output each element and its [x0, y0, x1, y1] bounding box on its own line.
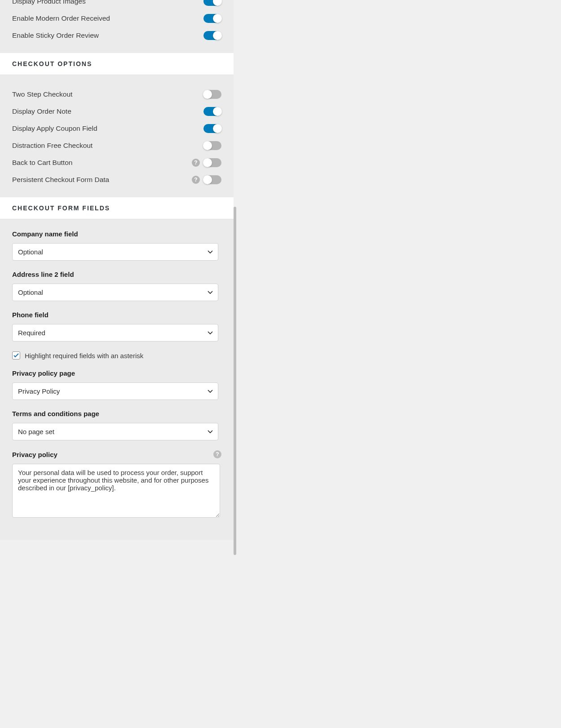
- toggle-label: Display Apply Coupon Field: [12, 124, 97, 133]
- toggle-label: Display Order Note: [12, 107, 71, 115]
- select-terms-page[interactable]: No page set: [12, 423, 218, 440]
- toggle-display-coupon[interactable]: [203, 124, 221, 133]
- toggle-label: Two Step Checkout: [12, 90, 72, 98]
- select-address2[interactable]: Optional: [12, 284, 218, 301]
- toggle-controls: [203, 31, 221, 40]
- toggle-knob: [203, 175, 212, 184]
- top-toggles-section: Display Product Images Enable Modern Ord…: [0, 0, 234, 53]
- toggle-two-step-checkout[interactable]: [203, 90, 221, 99]
- toggle-row-sticky-order-review: Enable Sticky Order Review: [12, 27, 221, 44]
- toggle-row-two-step-checkout: Two Step Checkout: [12, 86, 221, 103]
- label-terms-page: Terms and conditions page: [12, 410, 221, 417]
- label-phone: Phone field: [12, 311, 221, 319]
- select-wrap: Optional: [12, 243, 218, 261]
- toggle-knob: [203, 141, 212, 150]
- checkbox-row-highlight-required: Highlight required fields with an asteri…: [12, 351, 221, 360]
- toggle-label: Persistent Checkout Form Data: [12, 176, 109, 184]
- toggle-row-modern-order-received: Enable Modern Order Received: [12, 10, 221, 27]
- toggle-label: Enable Modern Order Received: [12, 14, 110, 22]
- section-header-checkout-options: CHECKOUT OPTIONS: [0, 53, 234, 75]
- form-group-privacy-page: Privacy policy page Privacy Policy: [12, 369, 221, 400]
- select-company-name[interactable]: Optional: [12, 243, 218, 261]
- checkmark-icon: [13, 352, 19, 359]
- label-row: Privacy policy ?: [12, 450, 221, 458]
- scrollbar-track: [234, 0, 236, 540]
- form-group-privacy-policy: Privacy policy ?: [12, 450, 221, 519]
- select-wrap: Required: [12, 324, 218, 342]
- toggle-controls: [203, 90, 221, 99]
- toggle-controls: [203, 14, 221, 23]
- toggle-display-order-note[interactable]: [203, 107, 221, 116]
- toggle-sticky-order-review[interactable]: [203, 31, 221, 40]
- toggle-controls: ?: [192, 175, 221, 184]
- toggle-back-to-cart[interactable]: [203, 158, 221, 167]
- toggle-label: Enable Sticky Order Review: [12, 31, 99, 40]
- toggle-knob: [213, 14, 222, 23]
- toggle-controls: [203, 107, 221, 116]
- select-wrap: Optional: [12, 284, 218, 301]
- toggle-knob: [213, 31, 222, 40]
- select-privacy-page[interactable]: Privacy Policy: [12, 382, 218, 400]
- select-phone[interactable]: Required: [12, 324, 218, 342]
- label-company-name: Company name field: [12, 230, 221, 238]
- toggle-controls: ?: [192, 158, 221, 167]
- toggle-controls: [203, 141, 221, 150]
- toggle-label: Display Product Images: [12, 0, 86, 5]
- checkout-options-section: Two Step Checkout Display Order Note Dis…: [0, 75, 234, 197]
- toggle-row-display-order-note: Display Order Note: [12, 103, 221, 120]
- toggle-label: Back to Cart Button: [12, 159, 72, 167]
- select-wrap: Privacy Policy: [12, 382, 218, 400]
- toggle-row-persistent-form-data: Persistent Checkout Form Data ?: [12, 171, 221, 188]
- form-group-terms-page: Terms and conditions page No page set: [12, 410, 221, 440]
- label-privacy-policy: Privacy policy: [12, 451, 57, 458]
- form-fields-section: Company name field Optional Address line…: [0, 219, 234, 540]
- textarea-privacy-policy[interactable]: [12, 464, 220, 518]
- form-group-phone: Phone field Required: [12, 311, 221, 342]
- select-wrap: No page set: [12, 423, 218, 440]
- checkbox-highlight-required[interactable]: [12, 351, 20, 360]
- label-privacy-page: Privacy policy page: [12, 369, 221, 377]
- toggle-display-product-images[interactable]: [203, 0, 221, 6]
- toggle-knob: [213, 107, 222, 116]
- toggle-knob: [213, 124, 222, 133]
- toggle-modern-order-received[interactable]: [203, 14, 221, 23]
- checkbox-label: Highlight required fields with an asteri…: [25, 352, 143, 360]
- toggle-row-display-coupon: Display Apply Coupon Field: [12, 120, 221, 137]
- help-icon[interactable]: ?: [192, 176, 200, 184]
- form-group-company: Company name field Optional: [12, 230, 221, 261]
- toggle-knob: [213, 0, 222, 6]
- help-icon[interactable]: ?: [192, 159, 200, 167]
- toggle-row-distraction-free: Distraction Free Checkout: [12, 137, 221, 154]
- toggle-row-display-product-images: Display Product Images: [12, 0, 221, 10]
- toggle-controls: [203, 124, 221, 133]
- help-icon[interactable]: ?: [213, 450, 221, 458]
- toggle-controls: [203, 0, 221, 6]
- scrollbar-thumb[interactable]: [234, 207, 236, 540]
- label-address2: Address line 2 field: [12, 271, 221, 278]
- toggle-distraction-free[interactable]: [203, 141, 221, 150]
- form-group-address2: Address line 2 field Optional: [12, 271, 221, 301]
- toggle-knob: [203, 158, 212, 167]
- toggle-label: Distraction Free Checkout: [12, 142, 93, 150]
- toggle-knob: [203, 90, 212, 99]
- section-header-checkout-form-fields: CHECKOUT FORM FIELDS: [0, 197, 234, 219]
- settings-panel: Display Product Images Enable Modern Ord…: [0, 0, 234, 540]
- toggle-persistent-form-data[interactable]: [203, 175, 221, 184]
- toggle-row-back-to-cart: Back to Cart Button ?: [12, 154, 221, 171]
